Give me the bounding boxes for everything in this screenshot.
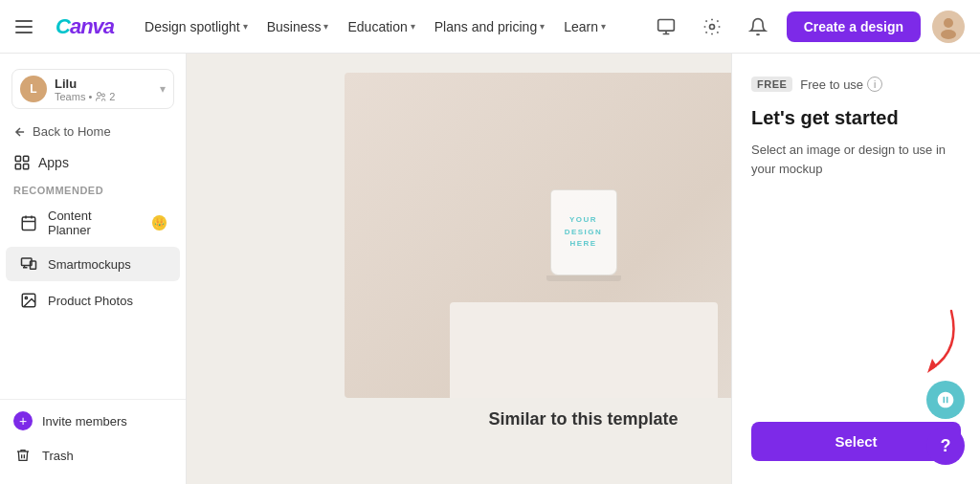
smartmockups-icon [19, 254, 38, 274]
free-badge: FREE [751, 77, 792, 92]
svg-marker-15 [927, 359, 937, 373]
sidebar-spacer [0, 319, 186, 399]
panel-title: Let's get started [751, 107, 961, 129]
user-selector[interactable]: L Lilu Teams • 2 ▾ [11, 69, 174, 109]
sidebar-bottom: + Invite members Trash [0, 399, 186, 476]
plus-icon: + [13, 411, 33, 430]
recommended-label: Recommended [0, 179, 186, 200]
nav-business[interactable]: Business ▾ [259, 13, 337, 40]
back-to-home-button[interactable]: Back to Home [0, 117, 186, 146]
chevron-down-icon: ▾ [323, 21, 328, 32]
help-button[interactable]: ? [926, 427, 965, 465]
product-photos-icon [19, 291, 38, 310]
red-arrow-icon [894, 301, 970, 378]
nav-links: Design spotlight ▾ Business ▾ Education … [137, 13, 613, 40]
nav-plans-pricing[interactable]: Plans and pricing ▾ [427, 13, 552, 40]
svg-rect-6 [15, 156, 20, 161]
svg-point-14 [25, 297, 27, 298]
svg-rect-9 [24, 165, 29, 169]
apps-grid-icon [13, 154, 31, 171]
svg-point-3 [941, 30, 956, 39]
top-navigation: Canva Design spotlight ▾ Business ▾ Educ… [0, 0, 980, 54]
candle-base [546, 275, 621, 281]
badge-row: FREE Free to use i [751, 77, 961, 92]
nav-learn[interactable]: Learn ▾ [556, 13, 613, 40]
content-area: YOUR DESIGN HERE Similar to this templat… [187, 54, 980, 484]
nav-design-spotlight[interactable]: Design spotlight ▾ [137, 13, 256, 40]
canva-logo[interactable]: Canva [56, 14, 114, 39]
svg-point-4 [98, 92, 101, 96]
user-name: Lilu [55, 77, 152, 91]
svg-point-2 [944, 18, 953, 28]
svg-rect-0 [657, 19, 674, 31]
shelf-platform [450, 302, 718, 398]
main-layout: L Lilu Teams • 2 ▾ Back to Home Apps [0, 54, 980, 484]
sidebar-item-smartmockups[interactable]: Smartmockups [6, 247, 180, 281]
tvy-icon[interactable] [926, 381, 965, 419]
svg-point-5 [102, 94, 105, 97]
user-info: Lilu Teams • 2 [55, 77, 152, 102]
calendar-icon [19, 213, 38, 232]
user-team: Teams • 2 [55, 91, 152, 102]
chevron-down-icon: ▾ [540, 21, 545, 32]
svg-rect-10 [22, 217, 35, 231]
svg-rect-8 [15, 165, 20, 169]
hamburger-menu-icon[interactable] [15, 20, 33, 33]
info-icon[interactable]: i [867, 77, 882, 92]
user-avatar: L [20, 76, 47, 102]
avatar[interactable] [932, 11, 965, 43]
sidebar-item-product-photos[interactable]: Product Photos [6, 283, 180, 318]
apps-button[interactable]: Apps [0, 146, 186, 179]
svg-point-1 [709, 24, 714, 29]
sidebar-item-content-planner[interactable]: Content Planner 👑 [6, 201, 180, 245]
chevron-down-icon: ▾ [601, 21, 606, 32]
settings-icon[interactable] [695, 10, 729, 44]
crown-badge: 👑 [152, 215, 167, 231]
trash-icon [13, 446, 33, 465]
notifications-icon[interactable] [741, 10, 775, 44]
sidebar: L Lilu Teams • 2 ▾ Back to Home Apps [0, 54, 187, 484]
create-design-button[interactable]: Create a design [787, 11, 921, 42]
team-icon [95, 91, 106, 102]
trash-button[interactable]: Trash [0, 438, 186, 473]
nav-left: Canva Design spotlight ▾ Business ▾ Educ… [15, 13, 649, 40]
nav-education[interactable]: Education ▾ [340, 13, 422, 40]
free-to-use-label: Free to use i [800, 77, 882, 92]
invite-members-button[interactable]: + Invite members [0, 404, 186, 438]
chevron-down-icon: ▾ [160, 82, 166, 96]
svg-rect-7 [24, 156, 29, 161]
monitor-icon[interactable] [649, 10, 683, 44]
candle-jar: YOUR DESIGN HERE [550, 189, 617, 275]
user-section: L Lilu Teams • 2 ▾ [0, 61, 186, 117]
chevron-down-icon: ▾ [411, 21, 415, 32]
candle-design-text: YOUR DESIGN HERE [565, 214, 603, 251]
candle-mockup: YOUR DESIGN HERE [546, 189, 621, 281]
nav-right: Create a design [649, 10, 965, 44]
chevron-down-icon: ▾ [243, 21, 248, 32]
back-arrow-icon [13, 125, 27, 139]
floating-help: ? [926, 381, 965, 465]
